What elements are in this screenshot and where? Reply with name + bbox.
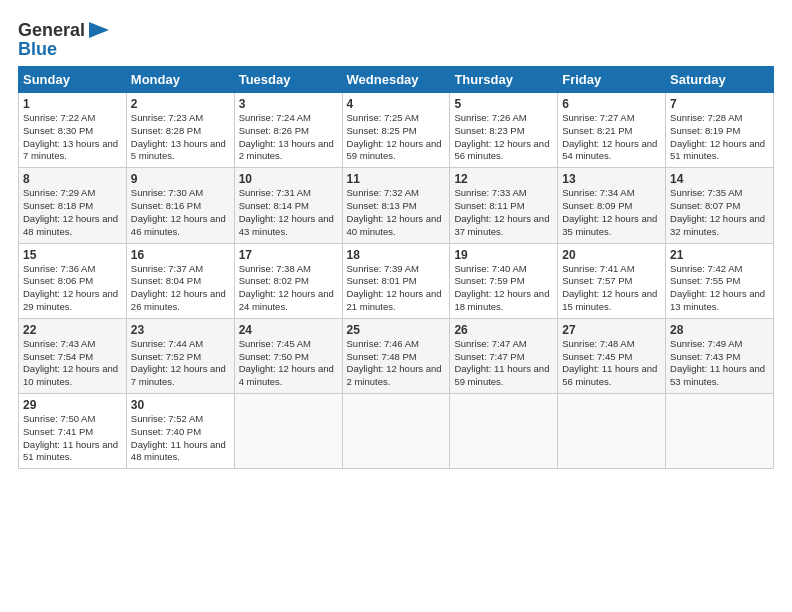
day-number: 7 (670, 97, 769, 111)
day-info: Sunrise: 7:23 AMSunset: 8:28 PMDaylight:… (131, 112, 226, 161)
day-info: Sunrise: 7:26 AMSunset: 8:23 PMDaylight:… (454, 112, 549, 161)
day-number: 9 (131, 172, 230, 186)
day-number: 23 (131, 323, 230, 337)
day-info: Sunrise: 7:31 AMSunset: 8:14 PMDaylight:… (239, 187, 334, 236)
day-number: 19 (454, 248, 553, 262)
day-number: 11 (347, 172, 446, 186)
day-number: 25 (347, 323, 446, 337)
calendar-week-4: 22Sunrise: 7:43 AMSunset: 7:54 PMDayligh… (19, 318, 774, 393)
day-info: Sunrise: 7:29 AMSunset: 8:18 PMDaylight:… (23, 187, 118, 236)
day-number: 2 (131, 97, 230, 111)
day-number: 5 (454, 97, 553, 111)
day-info: Sunrise: 7:52 AMSunset: 7:40 PMDaylight:… (131, 413, 226, 462)
day-info: Sunrise: 7:40 AMSunset: 7:59 PMDaylight:… (454, 263, 549, 312)
calendar-cell-1-6: 6Sunrise: 7:27 AMSunset: 8:21 PMDaylight… (558, 93, 666, 168)
calendar-week-1: 1Sunrise: 7:22 AMSunset: 8:30 PMDaylight… (19, 93, 774, 168)
col-tuesday: Tuesday (234, 67, 342, 93)
day-number: 4 (347, 97, 446, 111)
calendar-cell-4-7: 28Sunrise: 7:49 AMSunset: 7:43 PMDayligh… (666, 318, 774, 393)
col-sunday: Sunday (19, 67, 127, 93)
calendar-cell-1-4: 4Sunrise: 7:25 AMSunset: 8:25 PMDaylight… (342, 93, 450, 168)
day-info: Sunrise: 7:36 AMSunset: 8:06 PMDaylight:… (23, 263, 118, 312)
day-number: 21 (670, 248, 769, 262)
day-info: Sunrise: 7:33 AMSunset: 8:11 PMDaylight:… (454, 187, 549, 236)
col-thursday: Thursday (450, 67, 558, 93)
col-friday: Friday (558, 67, 666, 93)
day-number: 27 (562, 323, 661, 337)
day-number: 29 (23, 398, 122, 412)
calendar-week-3: 15Sunrise: 7:36 AMSunset: 8:06 PMDayligh… (19, 243, 774, 318)
day-info: Sunrise: 7:35 AMSunset: 8:07 PMDaylight:… (670, 187, 765, 236)
day-info: Sunrise: 7:45 AMSunset: 7:50 PMDaylight:… (239, 338, 334, 387)
day-number: 12 (454, 172, 553, 186)
day-info: Sunrise: 7:48 AMSunset: 7:45 PMDaylight:… (562, 338, 657, 387)
logo-flag-icon (87, 22, 109, 38)
calendar-header-row: Sunday Monday Tuesday Wednesday Thursday… (19, 67, 774, 93)
logo-blue-text: Blue (18, 39, 57, 60)
day-info: Sunrise: 7:25 AMSunset: 8:25 PMDaylight:… (347, 112, 442, 161)
day-number: 10 (239, 172, 338, 186)
calendar-cell-2-5: 12Sunrise: 7:33 AMSunset: 8:11 PMDayligh… (450, 168, 558, 243)
day-info: Sunrise: 7:32 AMSunset: 8:13 PMDaylight:… (347, 187, 442, 236)
day-info: Sunrise: 7:43 AMSunset: 7:54 PMDaylight:… (23, 338, 118, 387)
day-number: 15 (23, 248, 122, 262)
calendar-cell-5-2: 30Sunrise: 7:52 AMSunset: 7:40 PMDayligh… (126, 394, 234, 469)
calendar-cell-4-6: 27Sunrise: 7:48 AMSunset: 7:45 PMDayligh… (558, 318, 666, 393)
calendar-cell-1-5: 5Sunrise: 7:26 AMSunset: 8:23 PMDaylight… (450, 93, 558, 168)
calendar-cell-1-2: 2Sunrise: 7:23 AMSunset: 8:28 PMDaylight… (126, 93, 234, 168)
calendar-cell-3-3: 17Sunrise: 7:38 AMSunset: 8:02 PMDayligh… (234, 243, 342, 318)
calendar-cell-4-1: 22Sunrise: 7:43 AMSunset: 7:54 PMDayligh… (19, 318, 127, 393)
calendar-cell-5-3 (234, 394, 342, 469)
day-number: 13 (562, 172, 661, 186)
day-info: Sunrise: 7:42 AMSunset: 7:55 PMDaylight:… (670, 263, 765, 312)
calendar-table: Sunday Monday Tuesday Wednesday Thursday… (18, 66, 774, 469)
day-number: 6 (562, 97, 661, 111)
svg-marker-0 (89, 22, 109, 38)
day-number: 20 (562, 248, 661, 262)
calendar-cell-2-2: 9Sunrise: 7:30 AMSunset: 8:16 PMDaylight… (126, 168, 234, 243)
day-number: 8 (23, 172, 122, 186)
day-info: Sunrise: 7:28 AMSunset: 8:19 PMDaylight:… (670, 112, 765, 161)
day-number: 1 (23, 97, 122, 111)
calendar-cell-2-7: 14Sunrise: 7:35 AMSunset: 8:07 PMDayligh… (666, 168, 774, 243)
day-info: Sunrise: 7:39 AMSunset: 8:01 PMDaylight:… (347, 263, 442, 312)
calendar-cell-1-1: 1Sunrise: 7:22 AMSunset: 8:30 PMDaylight… (19, 93, 127, 168)
day-number: 16 (131, 248, 230, 262)
logo-general-text: General (18, 20, 85, 41)
page: General Blue Sunday Monday Tuesday Wedne… (0, 0, 792, 612)
day-number: 30 (131, 398, 230, 412)
calendar-cell-3-2: 16Sunrise: 7:37 AMSunset: 8:04 PMDayligh… (126, 243, 234, 318)
day-number: 3 (239, 97, 338, 111)
calendar-cell-5-1: 29Sunrise: 7:50 AMSunset: 7:41 PMDayligh… (19, 394, 127, 469)
calendar-cell-1-3: 3Sunrise: 7:24 AMSunset: 8:26 PMDaylight… (234, 93, 342, 168)
calendar-cell-4-5: 26Sunrise: 7:47 AMSunset: 7:47 PMDayligh… (450, 318, 558, 393)
day-number: 24 (239, 323, 338, 337)
day-info: Sunrise: 7:37 AMSunset: 8:04 PMDaylight:… (131, 263, 226, 312)
calendar-cell-5-4 (342, 394, 450, 469)
day-info: Sunrise: 7:41 AMSunset: 7:57 PMDaylight:… (562, 263, 657, 312)
day-info: Sunrise: 7:27 AMSunset: 8:21 PMDaylight:… (562, 112, 657, 161)
day-number: 22 (23, 323, 122, 337)
day-info: Sunrise: 7:44 AMSunset: 7:52 PMDaylight:… (131, 338, 226, 387)
col-monday: Monday (126, 67, 234, 93)
calendar-cell-3-6: 20Sunrise: 7:41 AMSunset: 7:57 PMDayligh… (558, 243, 666, 318)
day-info: Sunrise: 7:50 AMSunset: 7:41 PMDaylight:… (23, 413, 118, 462)
day-info: Sunrise: 7:46 AMSunset: 7:48 PMDaylight:… (347, 338, 442, 387)
day-number: 14 (670, 172, 769, 186)
col-saturday: Saturday (666, 67, 774, 93)
logo: General Blue (18, 20, 109, 60)
day-number: 26 (454, 323, 553, 337)
calendar-cell-4-2: 23Sunrise: 7:44 AMSunset: 7:52 PMDayligh… (126, 318, 234, 393)
calendar-week-2: 8Sunrise: 7:29 AMSunset: 8:18 PMDaylight… (19, 168, 774, 243)
calendar-cell-5-7 (666, 394, 774, 469)
day-info: Sunrise: 7:49 AMSunset: 7:43 PMDaylight:… (670, 338, 765, 387)
day-info: Sunrise: 7:30 AMSunset: 8:16 PMDaylight:… (131, 187, 226, 236)
header: General Blue (18, 16, 774, 60)
col-wednesday: Wednesday (342, 67, 450, 93)
calendar-cell-3-1: 15Sunrise: 7:36 AMSunset: 8:06 PMDayligh… (19, 243, 127, 318)
calendar-cell-5-5 (450, 394, 558, 469)
calendar-cell-2-6: 13Sunrise: 7:34 AMSunset: 8:09 PMDayligh… (558, 168, 666, 243)
day-info: Sunrise: 7:34 AMSunset: 8:09 PMDaylight:… (562, 187, 657, 236)
calendar-cell-3-5: 19Sunrise: 7:40 AMSunset: 7:59 PMDayligh… (450, 243, 558, 318)
day-info: Sunrise: 7:24 AMSunset: 8:26 PMDaylight:… (239, 112, 334, 161)
